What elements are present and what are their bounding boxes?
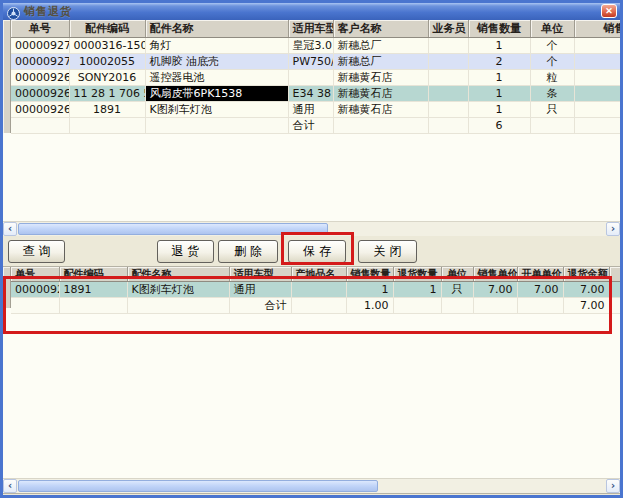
- cell[interactable]: 1: [393, 282, 441, 298]
- cell[interactable]: [428, 69, 468, 85]
- column-header[interactable]: 单号: [11, 20, 69, 37]
- cell[interactable]: 只: [530, 101, 574, 117]
- column-header[interactable]: 销售单价: [574, 20, 620, 37]
- cell[interactable]: SONY2016: [69, 69, 145, 85]
- column-header[interactable]: 客户名称: [333, 20, 428, 37]
- cell[interactable]: [517, 298, 563, 314]
- cell[interactable]: 2: [468, 53, 530, 69]
- column-header[interactable]: 适用车型: [229, 267, 291, 282]
- cell[interactable]: [145, 117, 288, 133]
- column-header[interactable]: 配件编码: [59, 267, 127, 282]
- cell[interactable]: 2.: [574, 69, 620, 85]
- bottom-grid-hscrollbar[interactable]: ‹ ›: [3, 478, 620, 493]
- cell[interactable]: 11 28 1 706 545: [69, 85, 145, 101]
- column-header[interactable]: 配件编码: [69, 20, 145, 37]
- table-row[interactable]: 000009261891K图刹车灯泡通用新穗黄石店1只7.: [11, 101, 620, 117]
- cell[interactable]: 1: [468, 69, 530, 85]
- return-button[interactable]: 退 货: [157, 240, 214, 263]
- cell[interactable]: [59, 298, 127, 314]
- scroll-left-icon[interactable]: ‹: [3, 479, 17, 493]
- table-row[interactable]: 000009261891K图刹车灯泡通用11只7.007.007.00: [11, 282, 620, 298]
- total-row[interactable]: 合计6: [11, 117, 620, 133]
- table-row[interactable]: 0000092611 28 1 706 545风扇皮带6PK1538E34 38…: [11, 85, 620, 101]
- cell[interactable]: 个: [530, 53, 574, 69]
- column-header[interactable]: 配件名称: [127, 267, 229, 282]
- cell[interactable]: 7.: [574, 101, 620, 117]
- save-button[interactable]: 保 存: [288, 240, 346, 263]
- column-header[interactable]: 业务员: [428, 20, 468, 37]
- column-header[interactable]: 产地品名: [291, 267, 346, 282]
- cell[interactable]: 7.00: [563, 282, 609, 298]
- cell[interactable]: 6: [468, 117, 530, 133]
- cell[interactable]: 通用: [229, 282, 291, 298]
- cell[interactable]: [428, 85, 468, 101]
- cell[interactable]: [609, 298, 620, 314]
- cell[interactable]: 1891: [59, 282, 127, 298]
- column-header[interactable]: 销售单价: [473, 267, 517, 282]
- cell[interactable]: 00000927: [11, 53, 69, 69]
- cell[interactable]: [530, 117, 574, 133]
- cell[interactable]: 合计: [288, 117, 333, 133]
- column-header[interactable]: 单位: [530, 20, 574, 37]
- column-header[interactable]: 单位: [441, 267, 473, 282]
- cell[interactable]: 7.00: [517, 282, 563, 298]
- cell[interactable]: [333, 117, 428, 133]
- cell[interactable]: 00000926: [11, 69, 69, 85]
- column-header[interactable]: 配件名称: [145, 20, 288, 37]
- cell[interactable]: [69, 117, 145, 133]
- cell[interactable]: 7.00: [563, 298, 609, 314]
- cell[interactable]: 风扇皮带6PK1538: [145, 85, 288, 101]
- cell[interactable]: [127, 298, 229, 314]
- cell[interactable]: [291, 282, 346, 298]
- cell[interactable]: 1: [468, 85, 530, 101]
- cell[interactable]: 1: [346, 282, 393, 298]
- cell[interactable]: 角灯: [145, 37, 288, 53]
- cell[interactable]: [11, 298, 59, 314]
- cell[interactable]: 1: [468, 101, 530, 117]
- cell[interactable]: [428, 37, 468, 53]
- cell[interactable]: 10002055: [69, 53, 145, 69]
- cell[interactable]: 00000926: [11, 101, 69, 117]
- cell[interactable]: [428, 53, 468, 69]
- scroll-right-icon[interactable]: ›: [606, 479, 620, 493]
- total-row[interactable]: 合计1.007.00: [11, 298, 620, 314]
- table-row[interactable]: 000009270000316-150角灯皇冠3.0新穗总厂1个150.: [11, 37, 620, 53]
- cell[interactable]: [11, 117, 69, 133]
- cell[interactable]: 00000926: [11, 85, 69, 101]
- cell[interactable]: [441, 298, 473, 314]
- cell[interactable]: 1891: [69, 101, 145, 117]
- cell[interactable]: 150.: [574, 37, 620, 53]
- cell[interactable]: 通用: [288, 101, 333, 117]
- column-header[interactable]: 单号: [11, 267, 59, 282]
- cell[interactable]: 只: [441, 282, 473, 298]
- cell[interactable]: E34 38 39 M3: [288, 85, 333, 101]
- cell[interactable]: 新穗总厂: [333, 53, 428, 69]
- scroll-right-icon[interactable]: ›: [606, 222, 620, 236]
- cell[interactable]: [393, 298, 441, 314]
- cell[interactable]: 合计: [229, 298, 291, 314]
- cell[interactable]: [473, 298, 517, 314]
- column-header[interactable]: 销售数量: [468, 20, 530, 37]
- column-header[interactable]: 适用车型: [288, 20, 333, 37]
- titlebar[interactable]: 销售退货 ✕: [3, 3, 620, 20]
- cell[interactable]: 条: [530, 85, 574, 101]
- column-header[interactable]: 开: [609, 267, 620, 282]
- scrollbar-thumb[interactable]: [18, 480, 378, 492]
- cell[interactable]: PW750/550: [288, 53, 333, 69]
- cell[interactable]: 180.: [574, 85, 620, 101]
- cell[interactable]: 0000316-150: [69, 37, 145, 53]
- column-header[interactable]: 销售数量: [346, 267, 393, 282]
- cell[interactable]: K图刹车灯泡: [145, 101, 288, 117]
- cell[interactable]: [288, 69, 333, 85]
- cell[interactable]: [574, 117, 620, 133]
- cell[interactable]: 1.00: [346, 298, 393, 314]
- close-icon[interactable]: ✕: [601, 4, 617, 18]
- cell[interactable]: [609, 282, 620, 298]
- cell[interactable]: 新穗黄石店: [333, 69, 428, 85]
- cell[interactable]: 皇冠3.0: [288, 37, 333, 53]
- cell[interactable]: 遥控器电池: [145, 69, 288, 85]
- cell[interactable]: 75.: [574, 53, 620, 69]
- column-header[interactable]: 退货金额: [563, 267, 609, 282]
- cell[interactable]: [291, 298, 346, 314]
- table-row[interactable]: 0000092710002055机脚胶 油底壳PW750/550新穗总厂2个75…: [11, 53, 620, 69]
